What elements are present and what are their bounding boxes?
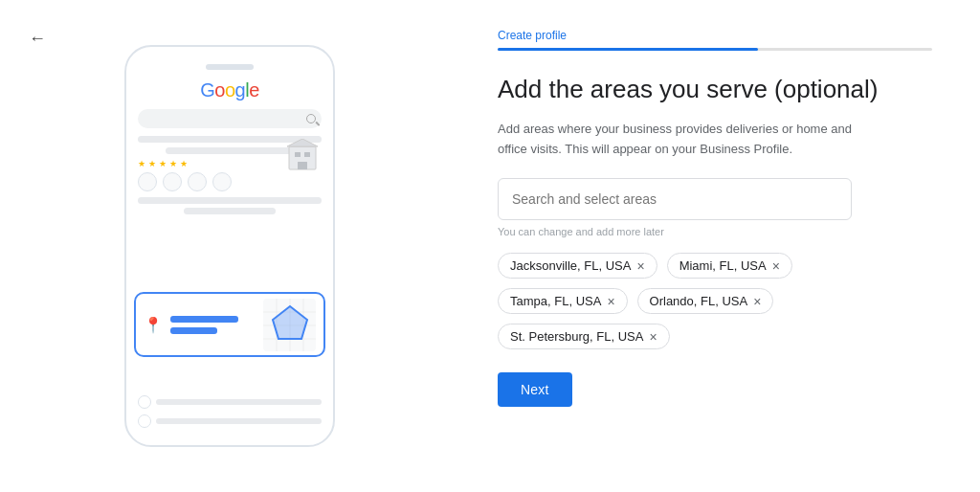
chip-remove-orlando[interactable]: × bbox=[753, 295, 761, 308]
star-2: ★ bbox=[148, 159, 157, 168]
chip-label: St. Petersburg, FL, USA bbox=[510, 329, 643, 344]
chip-tampa: Tampa, FL, USA × bbox=[498, 288, 628, 314]
chip-orlando: Orlando, FL, USA × bbox=[637, 288, 774, 314]
phone-line-3 bbox=[138, 197, 322, 204]
chip-miami: Miami, FL, USA × bbox=[667, 253, 792, 279]
bottom-line-1 bbox=[156, 399, 322, 405]
phone-search-icon bbox=[306, 114, 316, 123]
page-description: Add areas where your business provides d… bbox=[498, 120, 852, 160]
star-4: ★ bbox=[169, 159, 178, 168]
svg-rect-1 bbox=[295, 152, 301, 157]
star-1: ★ bbox=[138, 159, 146, 168]
right-panel: Create profile Add the areas you serve (… bbox=[459, 0, 980, 492]
bottom-icon-2 bbox=[138, 414, 151, 428]
google-logo: Google bbox=[200, 79, 259, 101]
chip-st-petersburg: St. Petersburg, FL, USA × bbox=[498, 324, 670, 349]
phone-icons-row bbox=[138, 172, 232, 191]
svg-rect-3 bbox=[298, 162, 307, 169]
phone-stars: ★ ★ ★ ★ ★ bbox=[138, 159, 189, 168]
phone-bottom-rows bbox=[138, 395, 322, 428]
phone-line-4 bbox=[184, 208, 276, 214]
back-button[interactable]: ← bbox=[29, 29, 46, 49]
phone-illustration: Google ★ ★ ★ ★ ★ bbox=[124, 45, 335, 447]
phone-icon-3 bbox=[188, 172, 207, 191]
chip-remove-jacksonville[interactable]: × bbox=[636, 259, 644, 273]
chip-label: Orlando, FL, USA bbox=[650, 294, 748, 308]
hint-text: You can change and add more later bbox=[498, 226, 932, 237]
building-illustration bbox=[285, 139, 320, 177]
progress-fill bbox=[498, 48, 758, 51]
card-lines bbox=[170, 316, 256, 334]
next-button[interactable]: Next bbox=[498, 372, 572, 407]
svg-marker-4 bbox=[287, 139, 318, 146]
chip-label: Miami, FL, USA bbox=[679, 258, 767, 273]
page-title: Add the areas you serve (optional) bbox=[498, 74, 932, 106]
star-5: ★ bbox=[180, 159, 189, 168]
step-label: Create profile bbox=[498, 29, 932, 42]
phone-content-line-2 bbox=[166, 147, 294, 154]
card-line-2 bbox=[170, 327, 217, 334]
progress-track bbox=[498, 48, 932, 51]
svg-rect-2 bbox=[304, 152, 310, 157]
phone-speaker bbox=[206, 64, 254, 70]
pin-icon: 📍 bbox=[144, 316, 163, 334]
bottom-line-2 bbox=[156, 418, 322, 424]
search-box[interactable] bbox=[498, 178, 852, 220]
chip-label: Tampa, FL, USA bbox=[510, 294, 601, 308]
phone-bottom-row-1 bbox=[138, 395, 322, 409]
chip-remove-tampa[interactable]: × bbox=[607, 295, 614, 308]
chip-remove-st-petersburg[interactable]: × bbox=[649, 330, 657, 344]
step-bar: Create profile bbox=[498, 29, 932, 51]
phone-icon-4 bbox=[212, 172, 232, 191]
search-input[interactable] bbox=[512, 191, 837, 207]
chip-remove-miami[interactable]: × bbox=[772, 259, 780, 273]
left-panel: ← Google ★ ★ ★ ★ ★ bbox=[0, 0, 459, 492]
phone-search-bar bbox=[138, 109, 322, 128]
chip-label: Jacksonville, FL, USA bbox=[510, 258, 631, 273]
card-line-1 bbox=[170, 316, 238, 323]
card-map bbox=[263, 299, 316, 351]
phone-card: 📍 bbox=[134, 292, 325, 357]
chip-jacksonville: Jacksonville, FL, USA × bbox=[498, 253, 657, 279]
chips-container: Jacksonville, FL, USA × Miami, FL, USA ×… bbox=[498, 253, 880, 349]
star-3: ★ bbox=[159, 159, 167, 168]
phone-icon-2 bbox=[163, 172, 182, 191]
phone-icon-1 bbox=[138, 172, 157, 191]
bottom-icon-1 bbox=[138, 395, 151, 409]
phone-bottom-row-2 bbox=[138, 414, 322, 428]
